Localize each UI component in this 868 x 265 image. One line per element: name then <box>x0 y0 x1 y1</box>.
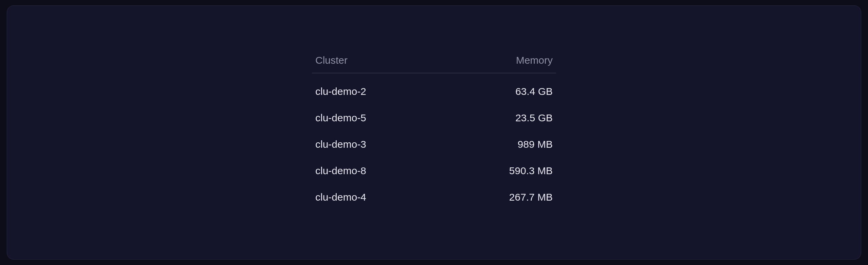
cluster-memory-table: Cluster Memory clu-demo-2 63.4 GB clu-de… <box>312 55 556 210</box>
cell-cluster: clu-demo-4 <box>315 191 366 203</box>
cell-memory: 989 MB <box>518 139 553 150</box>
table-row: clu-demo-2 63.4 GB <box>312 78 556 105</box>
cell-cluster: clu-demo-2 <box>315 86 366 97</box>
table-header-row: Cluster Memory <box>312 55 556 73</box>
cell-cluster: clu-demo-8 <box>315 165 366 177</box>
table-row: clu-demo-3 989 MB <box>312 131 556 158</box>
cell-cluster: clu-demo-3 <box>315 139 366 150</box>
table-row: clu-demo-4 267.7 MB <box>312 184 556 210</box>
table-body: clu-demo-2 63.4 GB clu-demo-5 23.5 GB cl… <box>312 73 556 210</box>
cell-cluster: clu-demo-5 <box>315 112 366 124</box>
cell-memory: 23.5 GB <box>515 112 553 124</box>
cell-memory: 63.4 GB <box>515 86 553 97</box>
header-cluster: Cluster <box>315 55 348 66</box>
cell-memory: 267.7 MB <box>509 191 553 203</box>
table-row: clu-demo-8 590.3 MB <box>312 158 556 184</box>
table-row: clu-demo-5 23.5 GB <box>312 105 556 131</box>
cluster-memory-panel: Cluster Memory clu-demo-2 63.4 GB clu-de… <box>7 5 861 260</box>
header-memory: Memory <box>516 55 553 66</box>
cell-memory: 590.3 MB <box>509 165 553 177</box>
